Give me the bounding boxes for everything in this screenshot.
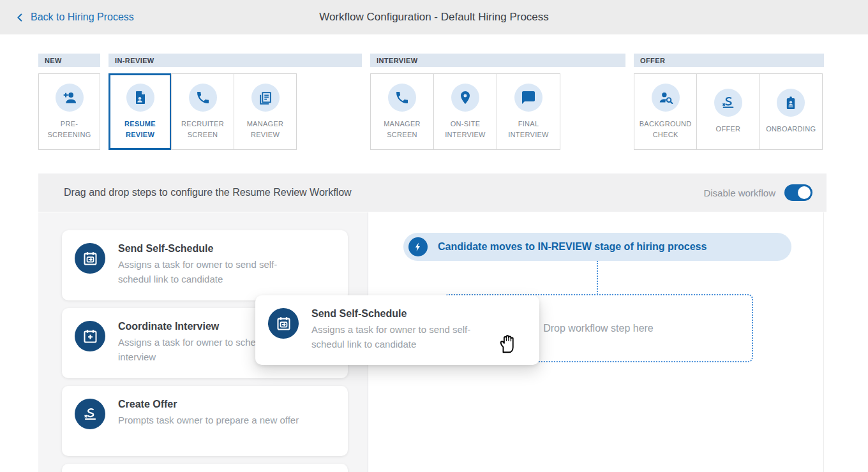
disable-workflow-toggle[interactable] xyxy=(784,184,812,201)
person-add-icon xyxy=(61,89,78,106)
stage-card-label: MANAGER SCREEN xyxy=(373,119,431,140)
trigger-banner-text: Candidate moves to IN-REVIEW stage of hi… xyxy=(438,241,707,253)
stage-label-new: NEW xyxy=(38,54,100,67)
person-search-icon xyxy=(657,89,674,106)
stage-card-label: MANAGER REVIEW xyxy=(236,119,295,140)
stage-card-offer[interactable]: OFFER xyxy=(696,73,760,150)
chevron-left-icon xyxy=(15,13,25,22)
workflow-config-bar: Drag and drop steps to configure the Res… xyxy=(38,173,827,212)
back-link-label: Back to Hiring Process xyxy=(31,11,134,23)
chat-bubble-icon xyxy=(521,90,536,105)
stage-card-final-interview[interactable]: FINAL INTERVIEW xyxy=(497,73,560,150)
connector-dotted-line xyxy=(597,261,598,295)
stage-card-manager-screen[interactable]: MANAGER SCREEN xyxy=(370,73,434,150)
grabbing-hand-cursor xyxy=(497,330,518,358)
calendar-send-icon xyxy=(275,315,292,332)
stage-card-label: RESUME REVIEW xyxy=(111,119,170,140)
back-to-hiring-process-link[interactable]: Back to Hiring Process xyxy=(15,11,134,23)
step-card-description: Prompts task owner to prepare a new offe… xyxy=(118,413,299,428)
stage-card-background-check[interactable]: BACKGROUND CHECK xyxy=(634,73,697,150)
stage-group-in-review: IN-REVIEW RESUME REVIEW RECRUITER SCREEN… xyxy=(108,54,362,150)
lightning-icon xyxy=(413,242,423,252)
stage-card-label: ON-SITE INTERVIEW xyxy=(436,119,495,140)
documents-stack-icon xyxy=(257,90,273,106)
stage-card-recruiter-screen[interactable]: RECRUITER SCREEN xyxy=(171,73,234,150)
stage-card-on-site-interview[interactable]: ON-SITE INTERVIEW xyxy=(433,73,497,150)
stage-card-manager-review[interactable]: MANAGER REVIEW xyxy=(234,73,297,150)
drop-zone-label: Drop workflow step here xyxy=(543,323,654,334)
stage-card-label: FINAL INTERVIEW xyxy=(499,119,558,140)
step-card-send-self-schedule[interactable]: Send Self-Schedule Assigns a task for ow… xyxy=(62,230,348,300)
stage-card-label: RECRUITER SCREEN xyxy=(174,119,232,140)
stage-card-label: ONBOARDING xyxy=(761,124,820,135)
step-card-title: Create Offer xyxy=(118,399,299,410)
stage-label-interview: INTERVIEW xyxy=(370,54,625,67)
step-card-description: Assigns a task for owner to send self-sc… xyxy=(118,258,310,286)
phone-icon xyxy=(394,90,410,105)
signature-icon xyxy=(82,406,99,423)
stage-card-label: BACKGROUND CHECK xyxy=(636,119,695,140)
disable-workflow-label: Disable workflow xyxy=(703,188,775,198)
stage-group-offer: OFFER BACKGROUND CHECK OFFER ONBOARDING xyxy=(634,54,824,150)
drag-drop-instruction: Drag and drop steps to configure the Res… xyxy=(64,187,352,198)
signature-icon xyxy=(720,94,737,111)
step-card-title: Send Self-Schedule xyxy=(118,243,310,254)
trigger-banner: Candidate moves to IN-REVIEW stage of hi… xyxy=(403,233,791,261)
calendar-send-icon xyxy=(82,250,99,267)
stage-card-onboarding[interactable]: ONBOARDING xyxy=(760,73,823,150)
stage-group-interview: INTERVIEW MANAGER SCREEN ON-SITE INTERVI… xyxy=(370,54,625,150)
top-bar: Back to Hiring Process Workflow Configur… xyxy=(0,0,868,34)
stage-card-pre-screening[interactable]: PRE-SCREENING xyxy=(38,73,100,150)
toggle-knob xyxy=(798,186,811,199)
calendar-plus-icon xyxy=(82,328,99,345)
stage-card-resume-review[interactable]: RESUME REVIEW xyxy=(108,73,172,150)
step-card-description: Assigns a task for owner to send self-sc… xyxy=(311,323,503,351)
stage-label-offer: OFFER xyxy=(634,54,824,67)
stage-card-label: OFFER xyxy=(699,124,758,135)
phone-icon xyxy=(195,90,211,105)
resume-document-icon xyxy=(133,90,148,105)
stage-label-in-review: IN-REVIEW xyxy=(108,54,362,67)
stage-group-new: NEW PRE-SCREENING xyxy=(38,54,100,150)
step-card-partial[interactable] xyxy=(62,464,348,472)
page-title: Workflow Configuration - Default Hiring … xyxy=(319,11,549,24)
stage-card-label: PRE-SCREENING xyxy=(40,119,99,140)
location-pin-icon xyxy=(458,90,473,105)
id-badge-icon xyxy=(783,95,798,110)
step-card-create-offer[interactable]: Create Offer Prompts task owner to prepa… xyxy=(62,386,348,456)
step-card-title: Send Self-Schedule xyxy=(311,308,503,320)
